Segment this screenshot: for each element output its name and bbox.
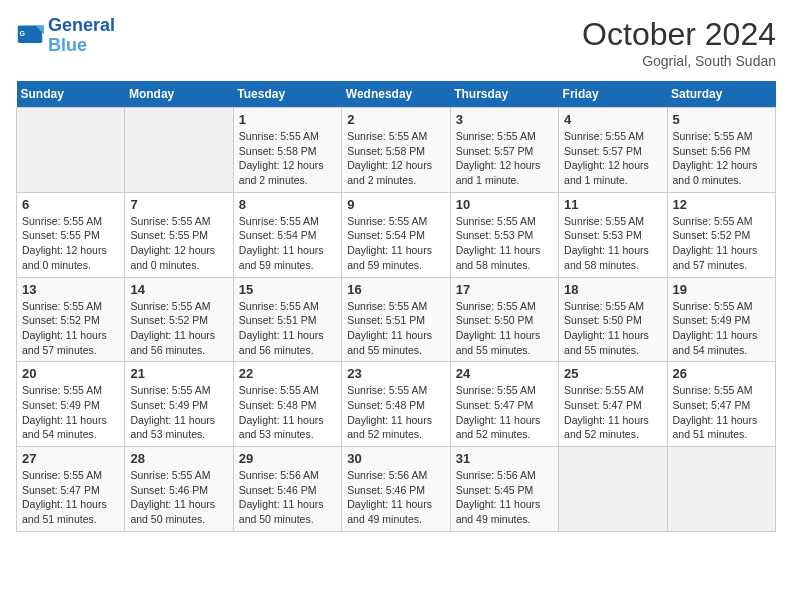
- day-number: 4: [564, 112, 661, 127]
- calendar-cell: 1Sunrise: 5:55 AM Sunset: 5:58 PM Daylig…: [233, 108, 341, 193]
- calendar-header-friday: Friday: [559, 81, 667, 108]
- calendar-cell: 21Sunrise: 5:55 AM Sunset: 5:49 PM Dayli…: [125, 362, 233, 447]
- day-info: Sunrise: 5:55 AM Sunset: 5:48 PM Dayligh…: [239, 383, 336, 442]
- calendar-cell: 16Sunrise: 5:55 AM Sunset: 5:51 PM Dayli…: [342, 277, 450, 362]
- day-info: Sunrise: 5:55 AM Sunset: 5:54 PM Dayligh…: [347, 214, 444, 273]
- day-number: 12: [673, 197, 770, 212]
- calendar-week-3: 13Sunrise: 5:55 AM Sunset: 5:52 PM Dayli…: [17, 277, 776, 362]
- day-number: 13: [22, 282, 119, 297]
- day-info: Sunrise: 5:55 AM Sunset: 5:52 PM Dayligh…: [22, 299, 119, 358]
- day-info: Sunrise: 5:55 AM Sunset: 5:48 PM Dayligh…: [347, 383, 444, 442]
- day-number: 6: [22, 197, 119, 212]
- day-number: 7: [130, 197, 227, 212]
- calendar-week-4: 20Sunrise: 5:55 AM Sunset: 5:49 PM Dayli…: [17, 362, 776, 447]
- calendar-cell: 10Sunrise: 5:55 AM Sunset: 5:53 PM Dayli…: [450, 192, 558, 277]
- calendar-week-1: 1Sunrise: 5:55 AM Sunset: 5:58 PM Daylig…: [17, 108, 776, 193]
- day-info: Sunrise: 5:55 AM Sunset: 5:51 PM Dayligh…: [239, 299, 336, 358]
- day-info: Sunrise: 5:56 AM Sunset: 5:46 PM Dayligh…: [239, 468, 336, 527]
- day-info: Sunrise: 5:55 AM Sunset: 5:55 PM Dayligh…: [22, 214, 119, 273]
- calendar-cell: 24Sunrise: 5:55 AM Sunset: 5:47 PM Dayli…: [450, 362, 558, 447]
- calendar-cell: 25Sunrise: 5:55 AM Sunset: 5:47 PM Dayli…: [559, 362, 667, 447]
- calendar-table: SundayMondayTuesdayWednesdayThursdayFrid…: [16, 81, 776, 532]
- calendar-header-wednesday: Wednesday: [342, 81, 450, 108]
- calendar-cell: [125, 108, 233, 193]
- day-number: 11: [564, 197, 661, 212]
- calendar-cell: 2Sunrise: 5:55 AM Sunset: 5:58 PM Daylig…: [342, 108, 450, 193]
- day-number: 19: [673, 282, 770, 297]
- day-info: Sunrise: 5:55 AM Sunset: 5:56 PM Dayligh…: [673, 129, 770, 188]
- day-number: 1: [239, 112, 336, 127]
- calendar-cell: 4Sunrise: 5:55 AM Sunset: 5:57 PM Daylig…: [559, 108, 667, 193]
- day-info: Sunrise: 5:55 AM Sunset: 5:54 PM Dayligh…: [239, 214, 336, 273]
- calendar-cell: [667, 447, 775, 532]
- logo-text: General Blue: [48, 16, 115, 56]
- day-info: Sunrise: 5:55 AM Sunset: 5:55 PM Dayligh…: [130, 214, 227, 273]
- day-number: 26: [673, 366, 770, 381]
- day-info: Sunrise: 5:55 AM Sunset: 5:47 PM Dayligh…: [22, 468, 119, 527]
- day-info: Sunrise: 5:55 AM Sunset: 5:53 PM Dayligh…: [564, 214, 661, 273]
- day-number: 2: [347, 112, 444, 127]
- day-info: Sunrise: 5:55 AM Sunset: 5:58 PM Dayligh…: [347, 129, 444, 188]
- calendar-week-5: 27Sunrise: 5:55 AM Sunset: 5:47 PM Dayli…: [17, 447, 776, 532]
- day-number: 14: [130, 282, 227, 297]
- calendar-cell: 30Sunrise: 5:56 AM Sunset: 5:46 PM Dayli…: [342, 447, 450, 532]
- calendar-cell: 8Sunrise: 5:55 AM Sunset: 5:54 PM Daylig…: [233, 192, 341, 277]
- calendar-header-sunday: Sunday: [17, 81, 125, 108]
- calendar-cell: 27Sunrise: 5:55 AM Sunset: 5:47 PM Dayli…: [17, 447, 125, 532]
- calendar-cell: 31Sunrise: 5:56 AM Sunset: 5:45 PM Dayli…: [450, 447, 558, 532]
- day-number: 10: [456, 197, 553, 212]
- calendar-cell: 11Sunrise: 5:55 AM Sunset: 5:53 PM Dayli…: [559, 192, 667, 277]
- month-title: October 2024: [582, 16, 776, 53]
- day-number: 3: [456, 112, 553, 127]
- day-info: Sunrise: 5:56 AM Sunset: 5:45 PM Dayligh…: [456, 468, 553, 527]
- day-info: Sunrise: 5:55 AM Sunset: 5:52 PM Dayligh…: [673, 214, 770, 273]
- day-info: Sunrise: 5:55 AM Sunset: 5:47 PM Dayligh…: [673, 383, 770, 442]
- calendar-cell: 3Sunrise: 5:55 AM Sunset: 5:57 PM Daylig…: [450, 108, 558, 193]
- logo-blue: Blue: [48, 35, 87, 55]
- location-subtitle: Gogrial, South Sudan: [582, 53, 776, 69]
- calendar-cell: 14Sunrise: 5:55 AM Sunset: 5:52 PM Dayli…: [125, 277, 233, 362]
- calendar-cell: [559, 447, 667, 532]
- calendar-cell: 29Sunrise: 5:56 AM Sunset: 5:46 PM Dayli…: [233, 447, 341, 532]
- day-info: Sunrise: 5:55 AM Sunset: 5:49 PM Dayligh…: [22, 383, 119, 442]
- day-number: 17: [456, 282, 553, 297]
- calendar-cell: 6Sunrise: 5:55 AM Sunset: 5:55 PM Daylig…: [17, 192, 125, 277]
- day-info: Sunrise: 5:56 AM Sunset: 5:46 PM Dayligh…: [347, 468, 444, 527]
- calendar-cell: 17Sunrise: 5:55 AM Sunset: 5:50 PM Dayli…: [450, 277, 558, 362]
- calendar-cell: 7Sunrise: 5:55 AM Sunset: 5:55 PM Daylig…: [125, 192, 233, 277]
- day-number: 25: [564, 366, 661, 381]
- calendar-cell: 20Sunrise: 5:55 AM Sunset: 5:49 PM Dayli…: [17, 362, 125, 447]
- day-info: Sunrise: 5:55 AM Sunset: 5:52 PM Dayligh…: [130, 299, 227, 358]
- day-number: 18: [564, 282, 661, 297]
- calendar-cell: 9Sunrise: 5:55 AM Sunset: 5:54 PM Daylig…: [342, 192, 450, 277]
- day-number: 8: [239, 197, 336, 212]
- day-info: Sunrise: 5:55 AM Sunset: 5:47 PM Dayligh…: [456, 383, 553, 442]
- calendar-week-2: 6Sunrise: 5:55 AM Sunset: 5:55 PM Daylig…: [17, 192, 776, 277]
- calendar-cell: 23Sunrise: 5:55 AM Sunset: 5:48 PM Dayli…: [342, 362, 450, 447]
- logo-icon: G: [16, 22, 44, 50]
- logo: G General Blue: [16, 16, 115, 56]
- calendar-cell: 28Sunrise: 5:55 AM Sunset: 5:46 PM Dayli…: [125, 447, 233, 532]
- day-info: Sunrise: 5:55 AM Sunset: 5:57 PM Dayligh…: [456, 129, 553, 188]
- day-info: Sunrise: 5:55 AM Sunset: 5:50 PM Dayligh…: [564, 299, 661, 358]
- calendar-cell: 18Sunrise: 5:55 AM Sunset: 5:50 PM Dayli…: [559, 277, 667, 362]
- day-info: Sunrise: 5:55 AM Sunset: 5:49 PM Dayligh…: [130, 383, 227, 442]
- title-area: October 2024 Gogrial, South Sudan: [582, 16, 776, 69]
- day-info: Sunrise: 5:55 AM Sunset: 5:47 PM Dayligh…: [564, 383, 661, 442]
- day-number: 31: [456, 451, 553, 466]
- calendar-cell: 12Sunrise: 5:55 AM Sunset: 5:52 PM Dayli…: [667, 192, 775, 277]
- day-number: 22: [239, 366, 336, 381]
- day-info: Sunrise: 5:55 AM Sunset: 5:50 PM Dayligh…: [456, 299, 553, 358]
- day-number: 27: [22, 451, 119, 466]
- calendar-header-row: SundayMondayTuesdayWednesdayThursdayFrid…: [17, 81, 776, 108]
- day-number: 30: [347, 451, 444, 466]
- svg-text:G: G: [20, 30, 26, 37]
- day-number: 21: [130, 366, 227, 381]
- day-info: Sunrise: 5:55 AM Sunset: 5:57 PM Dayligh…: [564, 129, 661, 188]
- calendar-header-monday: Monday: [125, 81, 233, 108]
- calendar-cell: 22Sunrise: 5:55 AM Sunset: 5:48 PM Dayli…: [233, 362, 341, 447]
- calendar-cell: 19Sunrise: 5:55 AM Sunset: 5:49 PM Dayli…: [667, 277, 775, 362]
- calendar-header-thursday: Thursday: [450, 81, 558, 108]
- day-number: 15: [239, 282, 336, 297]
- day-number: 16: [347, 282, 444, 297]
